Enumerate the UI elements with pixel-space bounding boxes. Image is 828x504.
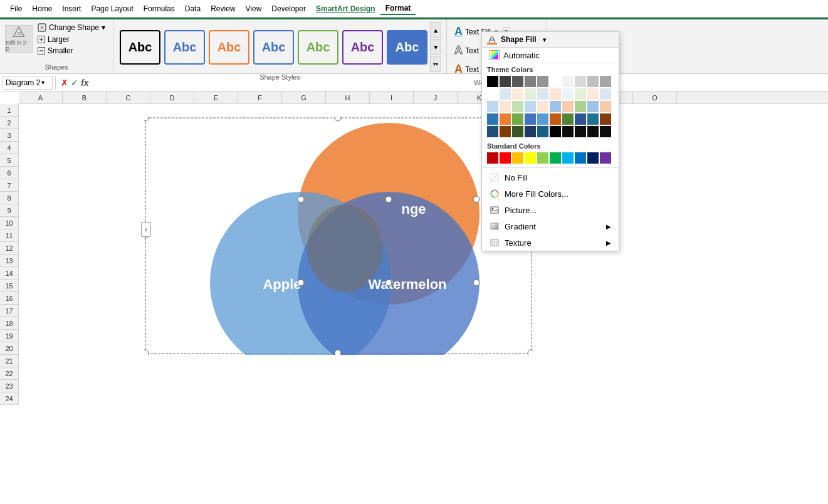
name-box[interactable]: Diagram 2 ▾ — [3, 76, 53, 90]
menu-view[interactable]: View — [241, 3, 267, 14]
theme-color-swatch[interactable] — [487, 88, 498, 100]
change-shape-button[interactable]: Change Shape ▾ — [35, 22, 108, 33]
cancel-formula-icon[interactable]: ✗ — [61, 78, 68, 88]
theme-color-swatch[interactable] — [487, 76, 498, 87]
shape-style-4[interactable]: Abc — [253, 30, 294, 65]
menu-developer[interactable]: Developer — [266, 3, 311, 14]
shape-style-3[interactable]: Abc — [209, 30, 249, 65]
standard-color-swatch[interactable] — [600, 152, 611, 164]
shape-style-7[interactable]: Abc — [387, 30, 427, 65]
theme-color-swatch[interactable] — [562, 101, 574, 112]
no-fill-option[interactable]: No Fill — [482, 169, 619, 186]
theme-color-swatch[interactable] — [537, 101, 548, 112]
theme-color-swatch[interactable] — [525, 76, 536, 87]
insert-function-icon[interactable]: fx — [81, 78, 88, 88]
theme-color-swatch[interactable] — [525, 126, 536, 137]
venn-diagram[interactable]: nge Apple Watermelon — [144, 117, 533, 355]
theme-color-swatch[interactable] — [537, 113, 548, 125]
edit-in-2d-button[interactable]: 2D Edit in 2-D — [5, 25, 33, 53]
more-fill-colors-option[interactable]: More Fill Colors... — [482, 186, 619, 202]
theme-color-swatch[interactable] — [562, 88, 574, 100]
menu-data[interactable]: Data — [180, 3, 206, 14]
theme-color-swatch[interactable] — [525, 88, 536, 100]
theme-color-swatch[interactable] — [587, 101, 599, 112]
menu-file[interactable]: File — [5, 3, 27, 14]
theme-color-swatch[interactable] — [550, 76, 561, 87]
theme-color-swatch[interactable] — [587, 76, 599, 87]
theme-color-swatch[interactable] — [550, 88, 561, 100]
standard-color-swatch[interactable] — [537, 152, 548, 164]
theme-color-swatch[interactable] — [575, 113, 586, 125]
theme-color-swatch[interactable] — [575, 76, 586, 87]
theme-color-swatch[interactable] — [500, 88, 511, 100]
theme-color-swatch[interactable] — [575, 126, 586, 137]
shape-style-1[interactable]: Abc — [120, 30, 160, 65]
standard-color-swatch[interactable] — [525, 152, 536, 164]
standard-color-swatch[interactable] — [550, 152, 561, 164]
menu-page-layout[interactable]: Page Layout — [86, 3, 138, 14]
cells-area[interactable]: nge Apple Watermelon — [19, 104, 828, 405]
theme-color-swatch[interactable] — [537, 76, 548, 87]
theme-color-swatch[interactable] — [512, 76, 523, 87]
theme-color-swatch[interactable] — [575, 88, 586, 100]
theme-color-swatch[interactable] — [525, 101, 536, 112]
theme-color-swatch[interactable] — [587, 113, 599, 125]
standard-color-swatch[interactable] — [487, 152, 498, 164]
standard-color-swatch[interactable] — [512, 152, 523, 164]
gradient-option[interactable]: Gradient ▶ — [482, 218, 619, 234]
theme-color-swatch[interactable] — [487, 101, 498, 112]
theme-color-swatch[interactable] — [537, 88, 548, 100]
menu-home[interactable]: Home — [27, 3, 57, 14]
theme-color-swatch[interactable] — [512, 88, 523, 100]
confirm-formula-icon[interactable]: ✓ — [71, 78, 78, 88]
collapse-panel-button[interactable]: ‹ — [141, 222, 151, 237]
theme-color-swatch[interactable] — [562, 126, 574, 137]
shape-styles-scroll-up[interactable]: ▲ — [430, 22, 441, 38]
theme-color-swatch[interactable] — [600, 76, 611, 87]
theme-color-swatch[interactable] — [500, 76, 511, 87]
texture-option[interactable]: Texture ▶ — [482, 234, 619, 251]
theme-color-swatch[interactable] — [600, 126, 611, 137]
theme-color-swatch[interactable] — [600, 101, 611, 112]
standard-color-swatch[interactable] — [587, 152, 599, 164]
menu-review[interactable]: Review — [206, 3, 240, 14]
shape-style-2[interactable]: Abc — [164, 30, 205, 65]
theme-color-swatch[interactable] — [487, 126, 498, 137]
picture-option[interactable]: Picture... — [482, 202, 619, 218]
theme-color-swatch[interactable] — [550, 113, 561, 125]
menu-smartart-design[interactable]: SmartArt Design — [311, 3, 380, 14]
theme-color-swatch[interactable] — [550, 101, 561, 112]
theme-color-swatch[interactable] — [525, 113, 536, 125]
automatic-option[interactable]: Automatic — [482, 48, 619, 63]
no-fill-icon — [490, 172, 500, 182]
shape-styles-scroll-down[interactable]: ▼ — [430, 39, 441, 55]
theme-color-swatch[interactable] — [575, 101, 586, 112]
theme-color-swatch[interactable] — [512, 126, 523, 137]
theme-color-swatch[interactable] — [487, 113, 498, 125]
row-14: 14 — [0, 267, 18, 280]
shape-styles-dropdown[interactable]: ▾▾ — [430, 56, 441, 72]
standard-color-swatch[interactable] — [500, 152, 511, 164]
theme-color-swatch[interactable] — [587, 126, 599, 137]
menu-insert[interactable]: Insert — [57, 3, 86, 14]
theme-color-swatch[interactable] — [550, 126, 561, 137]
theme-color-swatch[interactable] — [537, 126, 548, 137]
menu-format[interactable]: Format — [380, 3, 416, 15]
theme-color-swatch[interactable] — [600, 113, 611, 125]
shape-style-5[interactable]: Abc — [298, 30, 338, 65]
larger-button[interactable]: Larger — [35, 34, 108, 45]
theme-color-swatch[interactable] — [500, 126, 511, 137]
smaller-button[interactable]: Smaller — [35, 46, 108, 56]
shape-style-6[interactable]: Abc — [342, 30, 383, 65]
theme-color-swatch[interactable] — [500, 101, 511, 112]
theme-color-swatch[interactable] — [512, 113, 523, 125]
theme-color-swatch[interactable] — [512, 101, 523, 112]
theme-color-swatch[interactable] — [587, 88, 599, 100]
standard-color-swatch[interactable] — [575, 152, 586, 164]
menu-formulas[interactable]: Formulas — [139, 3, 180, 14]
theme-color-swatch[interactable] — [600, 88, 611, 100]
theme-color-swatch[interactable] — [500, 113, 511, 125]
theme-color-swatch[interactable] — [562, 113, 574, 125]
standard-color-swatch[interactable] — [562, 152, 574, 164]
theme-color-swatch[interactable] — [562, 76, 574, 87]
